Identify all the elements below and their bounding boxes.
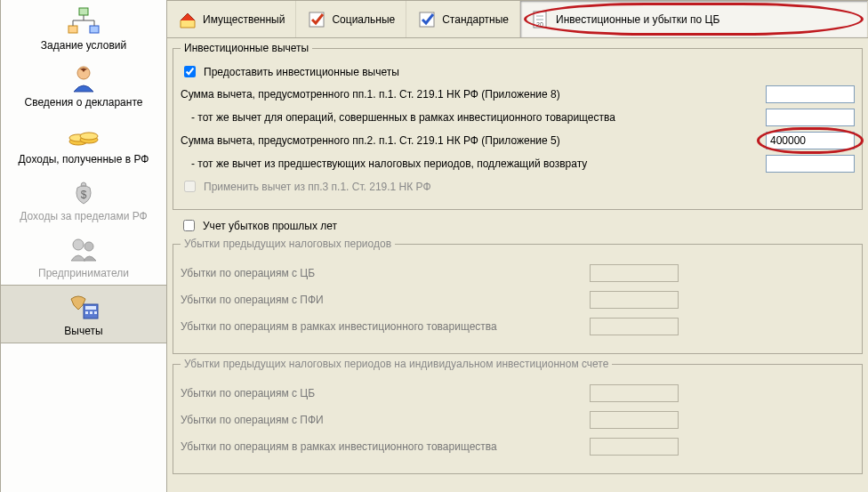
sidebar-item-income-abroad[interactable]: $ Доходы за пределами РФ (1, 171, 166, 228)
svg-text:$: $ (81, 189, 87, 201)
loss-pfi-row: Убытки по операциям с ПФИ (181, 291, 855, 309)
loss-tov-input (590, 318, 679, 335)
loss-cb-label: Убытки по операциям с ЦБ (181, 267, 581, 279)
loss-iis-pfi-input (590, 411, 679, 429)
loss-iis-cb-input (590, 384, 679, 402)
apply-pp3-label: Применить вычет из пп.3 п.1. Ст. 219.1 Н… (204, 181, 431, 193)
sidebar-item-label: Доходы, полученные в РФ (19, 153, 149, 165)
row-pp2-sub-input[interactable] (766, 155, 855, 173)
svg-rect-13 (85, 311, 88, 314)
row-pp1-input[interactable] (766, 85, 855, 103)
svg-rect-1 (68, 26, 77, 33)
tab-label: Инвестиционные и убытки по ЦБ (556, 13, 719, 26)
invest-legend: Инвестиционные вычеты (181, 42, 312, 54)
svg-point-9 (73, 239, 84, 250)
loss-pfi-label: Убытки по операциям с ПФИ (181, 294, 581, 306)
loss-iis-tov-input (590, 438, 679, 456)
document-icon: 20 (531, 10, 551, 29)
svg-rect-0 (79, 8, 88, 15)
losses-checkbox[interactable] (183, 220, 195, 231)
sidebar-item-income-rf[interactable]: Доходы, полученные в РФ (1, 114, 166, 171)
row-pp2-input[interactable] (766, 132, 855, 149)
sidebar-item-label: Вычеты (64, 325, 102, 337)
invest-deductions-group: Инвестиционные вычеты Предоставить инвес… (173, 42, 863, 210)
svg-point-10 (84, 242, 93, 251)
tab-social[interactable]: Социальные (296, 1, 406, 37)
deduction-toolbar: Имущественный Социальные Стандартные 20 … (167, 1, 868, 38)
main-panel: Имущественный Социальные Стандартные 20 … (167, 0, 868, 492)
sidebar-item-deductions[interactable]: Вычеты (1, 285, 166, 343)
svg-text:20: 20 (536, 21, 543, 28)
tab-label: Имущественный (203, 13, 285, 26)
loss-pfi-input (590, 291, 679, 309)
row-pp1-sub: - тот же вычет для операций, совершенных… (181, 109, 855, 126)
losses-check-label: Учет убытков прошлых лет (203, 220, 337, 232)
row-pp2-sub-label: - тот же вычет из предшествующих налогов… (181, 157, 757, 170)
losses-prev-group: Убытки предыдущих налоговых периодов Убы… (173, 238, 863, 354)
row-pp2-label: Сумма вычета, предусмотренного пп.2. п.1… (181, 134, 757, 147)
house-icon (178, 10, 197, 29)
losses-iis-legend: Убытки предыдущих налоговых периодов на … (181, 358, 612, 370)
row-pp1-label: Сумма вычета, предусмотренного пп.1. п.1… (181, 88, 757, 101)
row-pp1-sub-input[interactable] (766, 109, 855, 126)
svg-rect-14 (90, 311, 92, 314)
apply-pp3-checkbox (184, 181, 196, 192)
loss-iis-tov-row: Убытки по операциям в рамках инвестицион… (181, 438, 855, 456)
svg-point-7 (80, 133, 98, 140)
conditions-icon (66, 5, 101, 37)
provide-invest-row: Предоставить инвестиционные вычеты (181, 63, 855, 80)
sidebar-item-label: Предприниматели (38, 267, 129, 279)
people-icon (66, 233, 101, 265)
tab-investments[interactable]: 20 Инвестиционные и убытки по ЦБ (520, 1, 868, 37)
sidebar-item-label: Задание условий (41, 39, 126, 52)
check-red-icon (307, 10, 326, 29)
sidebar-item-declarant[interactable]: Сведения о декларанте (1, 57, 166, 114)
provide-invest-checkbox[interactable] (184, 66, 196, 77)
deductions-icon (66, 291, 101, 323)
sidebar-item-conditions[interactable]: Задание условий (1, 0, 166, 57)
loss-iis-tov-label: Убытки по операциям в рамках инвестицион… (181, 440, 581, 453)
row-pp1-sub-label: - тот же вычет для операций, совершенных… (181, 111, 757, 124)
bag-icon: $ (66, 176, 101, 208)
losses-iis-group: Убытки предыдущих налоговых периодов на … (173, 358, 863, 474)
losses-check-row: Учет убытков прошлых лет (180, 217, 856, 234)
row-pp1: Сумма вычета, предусмотренного пп.1. п.1… (181, 85, 855, 103)
tab-property[interactable]: Имущественный (167, 1, 296, 37)
sidebar-item-label: Сведения о декларанте (25, 96, 143, 109)
svg-rect-12 (85, 306, 96, 310)
loss-iis-pfi-row: Убытки по операциям с ПФИ (181, 411, 855, 429)
loss-iis-cb-row: Убытки по операциям с ЦБ (181, 384, 855, 402)
coins-icon (66, 119, 101, 151)
tab-label: Стандартные (442, 13, 509, 26)
svg-rect-15 (94, 311, 97, 314)
loss-iis-pfi-label: Убытки по операциям с ПФИ (181, 414, 581, 426)
tab-label: Социальные (332, 13, 395, 26)
losses-prev-legend: Убытки предыдущих налоговых периодов (181, 238, 395, 250)
row-pp2: Сумма вычета, предусмотренного пп.2. п.1… (181, 132, 855, 149)
check-blue-icon (417, 10, 437, 29)
sidebar-item-label: Доходы за пределами РФ (20, 210, 147, 222)
apply-pp3-row: Применить вычет из пп.3 п.1. Ст. 219.1 Н… (181, 178, 855, 195)
provide-invest-label: Предоставить инвестиционные вычеты (204, 66, 399, 78)
loss-tov-label: Убытки по операциям в рамках инвестицион… (181, 320, 581, 333)
person-icon (66, 62, 101, 94)
svg-rect-2 (90, 26, 99, 33)
sidebar-item-entrepreneurs[interactable]: Предприниматели (1, 228, 166, 285)
loss-iis-cb-label: Убытки по операциям с ЦБ (181, 387, 581, 399)
loss-tov-row: Убытки по операциям в рамках инвестицион… (181, 318, 855, 335)
sidebar: Задание условий Сведения о декларанте До… (0, 0, 167, 492)
row-pp2-sub: - тот же вычет из предшествующих налогов… (181, 155, 855, 173)
loss-cb-input (590, 264, 679, 282)
loss-cb-row: Убытки по операциям с ЦБ (181, 264, 855, 282)
tab-standard[interactable]: Стандартные (406, 1, 520, 37)
